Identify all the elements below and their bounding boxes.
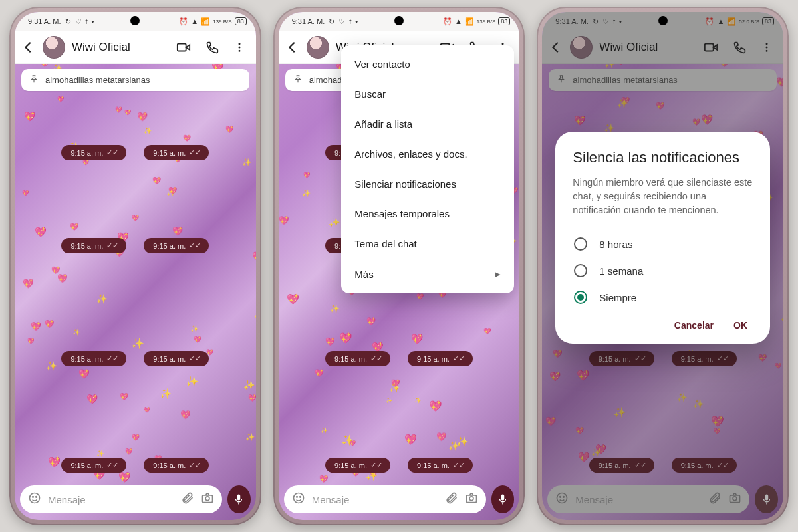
compose-box[interactable] xyxy=(284,485,486,513)
phone-frame-3: 9:31 A. M. ↻ ♡ f • ⏰ ▲ 📶 52.0 B/S 83 Wiw… xyxy=(537,7,789,525)
chat-header: Wiwi Oficial xyxy=(15,31,256,64)
heart-icon: ♡ xyxy=(338,17,345,26)
message-timestamp[interactable]: 9:15 a. m.✓✓ xyxy=(61,145,126,160)
facebook-icon: f xyxy=(349,17,351,25)
svg-point-14 xyxy=(293,493,303,503)
sync-icon: ↻ xyxy=(65,17,71,26)
status-bar: 9:31 A. M. ↻ ♡ f • ⏰ ▲ 📶 139 B/S 83 xyxy=(15,12,256,31)
message-timestamp[interactable]: 9:15 a. m.✓✓ xyxy=(61,458,126,473)
menu-item-label: Más xyxy=(354,269,373,280)
message-timestamp[interactable]: 9:15 a. m.✓✓ xyxy=(144,458,209,473)
message-timestamp[interactable]: 9:15 a. m.✓✓ xyxy=(144,145,209,160)
message-timestamp[interactable]: 9:15 a. m.✓✓ xyxy=(325,351,390,366)
menu-item[interactable]: Tema del chat xyxy=(341,229,514,259)
menu-item[interactable]: Añadir a lista xyxy=(341,109,514,139)
phone-frame-2: 9:31 A. M. ↻ ♡ f • ⏰ ▲ 📶 139 B/S 83 xyxy=(273,7,525,525)
svg-point-1 xyxy=(238,43,240,45)
radio-option[interactable]: 1 semana xyxy=(573,257,753,284)
signal-icon: 📶 xyxy=(201,17,210,26)
svg-point-6 xyxy=(36,497,37,498)
radio-icon xyxy=(574,264,587,277)
pin-icon xyxy=(29,74,39,86)
svg-point-18 xyxy=(469,497,473,501)
menu-item[interactable]: Buscar xyxy=(341,79,514,109)
radio-group: 8 horas1 semanaSiempre xyxy=(573,231,753,311)
voice-call-icon[interactable] xyxy=(205,41,219,54)
menu-item-label: Silenciar notificaciones xyxy=(354,178,456,190)
menu-item[interactable]: Más▸ xyxy=(341,259,514,289)
menu-item-label: Ver contacto xyxy=(354,59,410,70)
svg-point-4 xyxy=(30,493,40,503)
radio-label: 8 horas xyxy=(599,239,632,250)
screen-3: 9:31 A. M. ↻ ♡ f • ⏰ ▲ 📶 52.0 B/S 83 Wiw… xyxy=(542,12,783,520)
back-icon[interactable] xyxy=(21,40,36,55)
message-row: 9:15 a. m.✓✓9:15 a. m.✓✓ xyxy=(15,458,256,473)
message-timestamp[interactable]: 9:15 a. m.✓✓ xyxy=(144,238,209,253)
message-timestamp[interactable]: 9:15 a. m.✓✓ xyxy=(144,351,209,366)
menu-item[interactable]: Archivos, enlaces y docs. xyxy=(341,139,514,169)
svg-point-16 xyxy=(299,497,301,498)
compose-box[interactable] xyxy=(20,485,222,513)
sticker-icon[interactable] xyxy=(292,491,305,507)
radio-option[interactable]: 8 horas xyxy=(573,231,753,257)
message-input[interactable] xyxy=(312,494,438,505)
cancel-button[interactable]: Cancelar xyxy=(674,320,714,331)
screen-2: 9:31 A. M. ↻ ♡ f • ⏰ ▲ 📶 139 B/S 83 xyxy=(279,12,520,520)
radio-label: 1 semana xyxy=(599,265,643,277)
radio-icon xyxy=(574,237,587,251)
message-row: 9:15 a. m.✓✓9:15 a. m.✓✓ xyxy=(279,458,520,473)
wifi-icon: ▲ xyxy=(191,17,198,25)
message-row: 9:15 a. m.✓✓9:15 a. m.✓✓ xyxy=(15,351,256,366)
message-timestamp[interactable]: 9:15 a. m.✓✓ xyxy=(408,458,473,473)
attach-icon[interactable] xyxy=(181,491,194,507)
menu-item-label: Añadir a lista xyxy=(354,118,412,130)
back-icon[interactable] xyxy=(285,40,300,55)
menu-item[interactable]: Mensajes temporales xyxy=(341,199,514,229)
status-bar: 9:31 A. M. ↻ ♡ f • ⏰ ▲ 📶 139 B/S 83 xyxy=(279,12,520,31)
chat-title[interactable]: Wiwi Oficial xyxy=(72,41,170,54)
pinned-banner[interactable]: almohadillas metatarsianas xyxy=(21,69,249,91)
svg-point-3 xyxy=(238,49,240,51)
more-icon[interactable] xyxy=(233,41,245,53)
message-timestamp[interactable]: 9:15 a. m.✓✓ xyxy=(325,458,390,473)
message-timestamp[interactable]: 9:15 a. m.✓✓ xyxy=(408,351,473,366)
read-ticks-icon: ✓✓ xyxy=(370,461,382,469)
dialog-title: Silencia las notificaciones xyxy=(573,149,753,166)
read-ticks-icon: ✓✓ xyxy=(106,354,118,363)
radio-option[interactable]: Siempre xyxy=(573,284,753,311)
status-time: 9:31 A. M. xyxy=(28,17,61,25)
menu-item-label: Buscar xyxy=(354,88,386,100)
avatar[interactable] xyxy=(43,36,65,59)
read-ticks-icon: ✓✓ xyxy=(106,241,118,250)
mic-button[interactable] xyxy=(491,485,515,513)
ok-button[interactable]: OK xyxy=(733,320,747,331)
camera-icon[interactable] xyxy=(465,491,478,507)
attach-icon[interactable] xyxy=(445,491,458,507)
svg-point-8 xyxy=(205,497,209,501)
screen-1: 9:31 A. M. ↻ ♡ f • ⏰ ▲ 📶 139 B/S 83 xyxy=(15,12,256,520)
read-ticks-icon: ✓✓ xyxy=(453,461,465,469)
message-input[interactable] xyxy=(48,494,174,505)
alarm-icon: ⏰ xyxy=(443,17,452,26)
read-ticks-icon: ✓✓ xyxy=(189,354,201,363)
camera-icon[interactable] xyxy=(201,491,214,507)
menu-item[interactable]: Silenciar notificaciones xyxy=(341,169,514,199)
facebook-icon: f xyxy=(86,17,88,25)
avatar[interactable] xyxy=(307,36,329,59)
phone-frame-1: 9:31 A. M. ↻ ♡ f • ⏰ ▲ 📶 139 B/S 83 xyxy=(9,7,261,525)
read-ticks-icon: ✓✓ xyxy=(189,461,201,469)
sticker-icon[interactable] xyxy=(28,491,41,507)
pin-icon xyxy=(293,74,303,86)
message-timestamp[interactable]: 9:15 a. m.✓✓ xyxy=(61,351,126,366)
svg-point-5 xyxy=(33,497,34,498)
message-area: 9:15 a. m.✓✓9:15 a. m.✓✓9:15 a. m.✓✓9:15… xyxy=(15,98,256,480)
dialog-body: Ningún miembro verá que silenciaste este… xyxy=(573,176,753,217)
message-row: 9:15 a. m.✓✓9:15 a. m.✓✓ xyxy=(15,145,256,160)
video-call-icon[interactable] xyxy=(176,40,191,55)
mic-button[interactable] xyxy=(227,485,251,513)
menu-item[interactable]: Ver contacto xyxy=(341,49,514,79)
battery-icon: 83 xyxy=(235,17,247,25)
battery-icon: 83 xyxy=(498,17,510,25)
signal-icon: 📶 xyxy=(465,17,474,26)
message-timestamp[interactable]: 9:15 a. m.✓✓ xyxy=(61,238,126,253)
